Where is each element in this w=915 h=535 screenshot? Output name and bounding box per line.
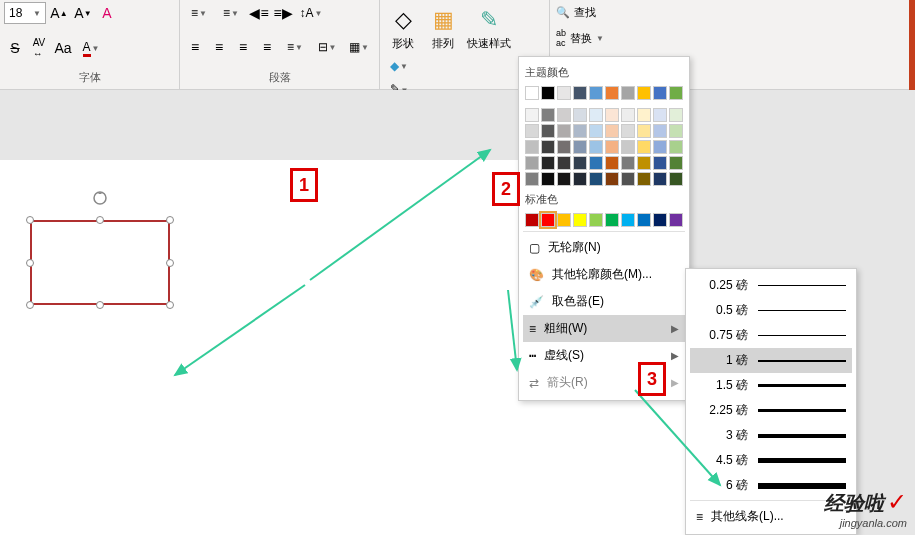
color-swatch[interactable] xyxy=(541,108,555,122)
char-spacing-icon[interactable]: AV↔ xyxy=(28,37,50,59)
color-swatch[interactable] xyxy=(589,213,603,227)
dashes-item[interactable]: ┅ 虚线(S) ▶ xyxy=(523,342,685,369)
color-swatch[interactable] xyxy=(557,108,571,122)
color-swatch[interactable] xyxy=(605,172,619,186)
color-swatch[interactable] xyxy=(605,124,619,138)
find-button[interactable]: 🔍 查找 xyxy=(554,2,626,23)
text-direction-icon[interactable]: ↕A▼ xyxy=(296,2,326,24)
resize-handle[interactable] xyxy=(166,259,174,267)
arrows-item[interactable]: ⇄ 箭头(R) ▶ xyxy=(523,369,685,396)
line-spacing-icon[interactable]: ≡▼ xyxy=(280,36,310,58)
resize-handle[interactable] xyxy=(26,301,34,309)
resize-handle[interactable] xyxy=(96,301,104,309)
color-swatch[interactable] xyxy=(653,108,667,122)
color-swatch[interactable] xyxy=(653,124,667,138)
weight-option[interactable]: 1 磅 xyxy=(690,348,852,373)
convert-smartart-icon[interactable]: ▦▼ xyxy=(344,36,374,58)
color-swatch[interactable] xyxy=(621,156,635,170)
replace-button[interactable]: abac 替换 ▼ xyxy=(554,25,626,51)
weight-option[interactable]: 4.5 磅 xyxy=(690,448,852,473)
align-right-icon[interactable]: ≡ xyxy=(232,36,254,58)
color-swatch[interactable] xyxy=(557,86,571,100)
color-swatch[interactable] xyxy=(621,213,635,227)
color-swatch[interactable] xyxy=(653,156,667,170)
numbering-icon[interactable]: ≡▼ xyxy=(216,2,246,24)
color-swatch[interactable] xyxy=(557,172,571,186)
color-swatch[interactable] xyxy=(573,213,587,227)
decrease-indent-icon[interactable]: ◀≡ xyxy=(248,2,270,24)
color-swatch[interactable] xyxy=(525,124,539,138)
color-swatch[interactable] xyxy=(637,86,651,100)
color-swatch[interactable] xyxy=(653,140,667,154)
color-swatch[interactable] xyxy=(637,108,651,122)
strikethrough-icon[interactable]: S xyxy=(4,37,26,59)
color-swatch[interactable] xyxy=(653,172,667,186)
color-swatch[interactable] xyxy=(653,213,667,227)
color-swatch[interactable] xyxy=(589,156,603,170)
align-center-icon[interactable]: ≡ xyxy=(208,36,230,58)
eyedropper-item[interactable]: 💉 取色器(E) xyxy=(523,288,685,315)
resize-handle[interactable] xyxy=(166,216,174,224)
color-swatch[interactable] xyxy=(605,140,619,154)
color-swatch[interactable] xyxy=(525,86,539,100)
color-swatch[interactable] xyxy=(573,86,587,100)
color-swatch[interactable] xyxy=(653,86,667,100)
increase-indent-icon[interactable]: ≡▶ xyxy=(272,2,294,24)
color-swatch[interactable] xyxy=(637,172,651,186)
color-swatch[interactable] xyxy=(525,156,539,170)
justify-icon[interactable]: ≡ xyxy=(256,36,278,58)
color-swatch[interactable] xyxy=(605,86,619,100)
color-swatch[interactable] xyxy=(589,140,603,154)
increase-font-icon[interactable]: A▲ xyxy=(48,2,70,24)
color-swatch[interactable] xyxy=(541,86,555,100)
color-swatch[interactable] xyxy=(541,140,555,154)
clear-format-icon[interactable]: A xyxy=(96,2,118,24)
weight-item[interactable]: ≡ 粗细(W) ▶ xyxy=(523,315,685,342)
color-swatch[interactable] xyxy=(541,172,555,186)
color-swatch[interactable] xyxy=(669,86,683,100)
weight-option[interactable]: 2.25 磅 xyxy=(690,398,852,423)
color-swatch[interactable] xyxy=(605,156,619,170)
color-swatch[interactable] xyxy=(669,108,683,122)
resize-handle[interactable] xyxy=(26,216,34,224)
color-swatch[interactable] xyxy=(557,156,571,170)
color-swatch[interactable] xyxy=(669,213,683,227)
weight-option[interactable]: 0.75 磅 xyxy=(690,323,852,348)
color-swatch[interactable] xyxy=(557,213,571,227)
color-swatch[interactable] xyxy=(525,140,539,154)
color-swatch[interactable] xyxy=(557,140,571,154)
color-swatch[interactable] xyxy=(605,213,619,227)
align-text-icon[interactable]: ⊟▼ xyxy=(312,36,342,58)
resize-handle[interactable] xyxy=(26,259,34,267)
color-swatch[interactable] xyxy=(541,156,555,170)
more-colors-item[interactable]: 🎨 其他轮廓颜色(M)... xyxy=(523,261,685,288)
color-swatch[interactable] xyxy=(637,156,651,170)
color-swatch[interactable] xyxy=(621,172,635,186)
color-swatch[interactable] xyxy=(573,140,587,154)
color-swatch[interactable] xyxy=(589,86,603,100)
color-swatch[interactable] xyxy=(573,108,587,122)
color-swatch[interactable] xyxy=(589,172,603,186)
shapes-button[interactable]: ◇ 形状 xyxy=(384,2,422,53)
font-color-icon[interactable]: A▼ xyxy=(76,37,106,59)
color-swatch[interactable] xyxy=(621,124,635,138)
weight-option[interactable]: 0.5 磅 xyxy=(690,298,852,323)
rotate-handle-icon[interactable] xyxy=(92,190,108,206)
resize-handle[interactable] xyxy=(166,301,174,309)
color-swatch[interactable] xyxy=(621,140,635,154)
color-swatch[interactable] xyxy=(621,108,635,122)
color-swatch[interactable] xyxy=(637,213,651,227)
weight-option[interactable]: 3 磅 xyxy=(690,423,852,448)
color-swatch[interactable] xyxy=(525,172,539,186)
shape-fill-icon[interactable]: ◆▼ xyxy=(384,55,414,77)
change-case-icon[interactable]: Aa xyxy=(52,37,74,59)
color-swatch[interactable] xyxy=(637,140,651,154)
weight-option[interactable]: 0.25 磅 xyxy=(690,273,852,298)
color-swatch[interactable] xyxy=(525,213,539,227)
color-swatch[interactable] xyxy=(605,108,619,122)
color-swatch[interactable] xyxy=(541,124,555,138)
resize-handle[interactable] xyxy=(96,216,104,224)
font-size-combo[interactable]: 18 ▼ xyxy=(4,2,46,24)
no-outline-item[interactable]: ▢ 无轮廓(N) xyxy=(523,234,685,261)
color-swatch[interactable] xyxy=(669,172,683,186)
